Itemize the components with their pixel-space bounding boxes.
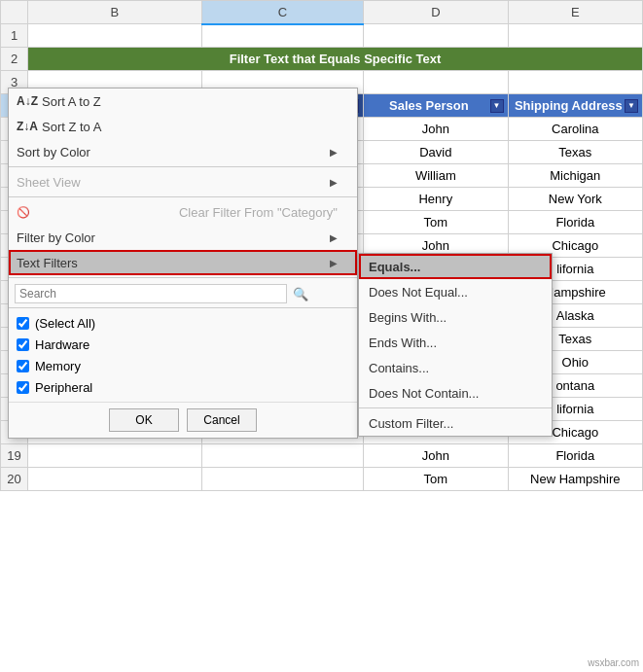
sort-color-arrow: ▶: [330, 147, 338, 158]
clear-filter-item[interactable]: 🚫 Clear Filter From "Category": [9, 199, 357, 225]
row-num-20: 20: [1, 468, 28, 491]
corner-cell: [1, 1, 28, 24]
sort-za-label: Sort Z to A: [42, 120, 101, 134]
search-input[interactable]: [15, 284, 287, 303]
title-cell: Filter Text that Equals Specific Text: [28, 48, 643, 71]
cell-e1: [508, 24, 642, 48]
search-box: 🔍: [9, 280, 357, 308]
text-filters-arrow: ▶: [330, 258, 338, 268]
address-filter-arrow[interactable]: ▼: [625, 99, 638, 113]
filter-dropdown: A↓Z Sort A to Z Z↓A Sort Z to A Sort by …: [8, 88, 553, 439]
dropdown-main-menu: A↓Z Sort A to Z Z↓A Sort Z to A Sort by …: [8, 88, 358, 439]
does-not-equal-item[interactable]: Does Not Equal...: [359, 279, 552, 304]
sort-za-item[interactable]: Z↓A Sort Z to A: [9, 114, 357, 139]
filter-color-arrow: ▶: [330, 232, 338, 243]
checkbox-peripheral-input[interactable]: [17, 381, 29, 394]
does-not-contain-label: Does Not Contain...: [369, 386, 479, 401]
cell-e20: New Hampshire: [508, 468, 642, 491]
checkbox-peripheral-label: Peripheral: [35, 380, 92, 395]
cell-b1: [28, 24, 202, 48]
checkbox-hardware-label: Hardware: [35, 337, 89, 352]
text-filters-item[interactable]: Text Filters ▶: [9, 250, 357, 275]
checkbox-peripheral[interactable]: Peripheral: [17, 376, 349, 398]
cell-d19: John: [364, 444, 508, 468]
cancel-button[interactable]: Cancel: [187, 408, 257, 432]
sort-color-item[interactable]: Sort by Color ▶: [9, 139, 357, 164]
col-header-c: C: [201, 1, 364, 24]
sep-1: [9, 166, 357, 167]
custom-filter-item[interactable]: Custom Filter...: [359, 410, 552, 436]
checkbox-memory-label: Memory: [35, 359, 81, 373]
clear-filter-label: Clear Filter From "Category": [179, 205, 338, 220]
equals-label: Equals...: [369, 260, 420, 274]
ok-button[interactable]: OK: [109, 408, 179, 432]
contains-item[interactable]: Contains...: [359, 355, 552, 380]
filter-color-label: Filter by Color: [17, 230, 95, 245]
text-filters-label: Text Filters: [17, 256, 78, 270]
checkbox-hardware-input[interactable]: [17, 338, 29, 351]
text-filters-submenu: Equals... Does Not Equal... Begins With.…: [358, 253, 553, 437]
search-icon: 🔍: [291, 284, 310, 303]
row-num-1: 1: [1, 24, 28, 48]
row-num-19: 19: [1, 444, 28, 468]
row-num-2: 2: [1, 48, 28, 71]
clear-filter-icon: 🚫: [17, 206, 30, 219]
cell-d20: Tom: [364, 468, 508, 491]
checkbox-hardware[interactable]: Hardware: [17, 334, 349, 355]
checkbox-select-all-input[interactable]: [17, 317, 29, 330]
submenu-sep: [359, 407, 552, 408]
sheet-view-arrow: ▶: [330, 177, 338, 188]
col-header-e: E: [508, 1, 642, 24]
cell-c1: [201, 24, 364, 48]
sort-color-label: Sort by Color: [17, 145, 90, 159]
cell-b19: [28, 444, 202, 468]
checkbox-memory-input[interactable]: [17, 360, 29, 372]
checkbox-memory[interactable]: Memory: [17, 355, 349, 376]
begins-with-label: Begins With...: [369, 310, 447, 325]
cell-d1: [364, 24, 508, 48]
contains-label: Contains...: [369, 361, 429, 375]
sep-2: [9, 196, 357, 197]
filter-color-item[interactable]: Filter by Color ▶: [9, 225, 357, 250]
sort-za-icon: Z↓A: [17, 120, 38, 133]
ends-with-label: Ends With...: [369, 336, 437, 350]
custom-filter-label: Custom Filter...: [369, 416, 453, 431]
cell-c19: [201, 444, 364, 468]
cell-b20: [28, 468, 202, 491]
does-not-contain-item[interactable]: Does Not Contain...: [359, 380, 552, 406]
col-header-d: D: [364, 1, 508, 24]
begins-with-item[interactable]: Begins With...: [359, 304, 552, 330]
col-header-b: B: [28, 1, 202, 24]
checkbox-list: (Select All) Hardware Memory Peripheral: [9, 308, 357, 402]
sheet-view-item[interactable]: Sheet View ▶: [9, 169, 357, 195]
sort-az-item[interactable]: A↓Z Sort A to Z: [9, 88, 357, 114]
cell-c20: [201, 468, 364, 491]
checkbox-select-all[interactable]: (Select All): [17, 312, 349, 334]
equals-item[interactable]: Equals...: [359, 254, 552, 279]
sheet-view-label: Sheet View: [17, 175, 81, 190]
cell-e19: Florida: [508, 444, 642, 468]
sort-az-label: Sort A to Z: [42, 94, 101, 109]
sep-3: [9, 277, 357, 278]
watermark: wsxbar.com: [588, 657, 639, 668]
ends-with-item[interactable]: Ends With...: [359, 330, 552, 355]
does-not-equal-label: Does Not Equal...: [369, 285, 468, 300]
btn-row: OK Cancel: [9, 402, 357, 438]
sort-az-icon: A↓Z: [17, 94, 38, 108]
checkbox-select-all-label: (Select All): [35, 316, 95, 331]
